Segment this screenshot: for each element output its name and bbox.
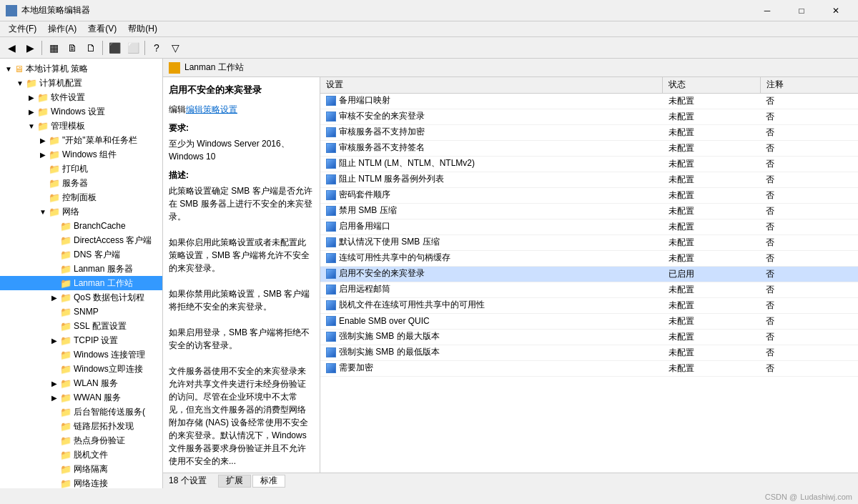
tree-windows-instant[interactable]: ▶ 📁 Windows立即连接 <box>0 362 162 376</box>
tree-dns-client[interactable]: ▶ 📁 DNS 客户端 <box>0 247 162 262</box>
ll-label: 链路层拓扑发现 <box>74 420 134 433</box>
printer-label: 打印机 <box>62 163 88 175</box>
row-note: 否 <box>760 187 858 203</box>
windows-settings-expander[interactable]: ▶ <box>26 106 37 117</box>
table-row[interactable]: 阻止 NTLM (LM、NTLM、NTLMv2)未配置否 <box>320 156 858 172</box>
menu-file[interactable]: 文件(F) <box>3 21 42 36</box>
tree-directaccess[interactable]: ▶ 📁 DirectAccess 客户端 <box>0 233 162 247</box>
tree-windows-conn[interactable]: ▶ 📁 Windows 连接管理 <box>0 347 162 362</box>
table-row[interactable]: 默认情况下使用 SMB 压缩未配置否 <box>320 234 858 250</box>
windows-comp-expander[interactable]: ▶ <box>37 149 49 160</box>
tree-hotspot[interactable]: ▶ 📁 热点身份验证 <box>0 433 162 448</box>
tcpip-expander[interactable]: ▶ <box>49 335 60 346</box>
table-row[interactable]: 审核服务器不支持签名未配置否 <box>320 140 858 156</box>
status-bar: 18 个设置 扩展 标准 <box>163 473 858 488</box>
admin-expander[interactable]: ▼ <box>26 120 37 132</box>
tree-server[interactable]: ▶ 📁 服务器 <box>0 176 162 190</box>
table-row[interactable]: 强制实施 SMB 的最低版本未配置否 <box>320 345 858 360</box>
tree-background[interactable]: ▶ 📁 后台智能传送服务( <box>0 405 162 419</box>
table-row[interactable]: 需要加密未配置否 <box>320 360 858 376</box>
tree-tcpip[interactable]: ▶ 📁 TCPIP 设置 <box>0 333 162 347</box>
forward-button[interactable]: ▶ <box>21 39 39 56</box>
tree-network[interactable]: ▼ 📁 网络 <box>0 204 162 219</box>
tab-expand[interactable]: 扩展 <box>218 475 251 488</box>
tree-windows-settings[interactable]: ▶ 📁 Windows 设置 <box>0 104 162 119</box>
start-menu-expander[interactable]: ▶ <box>37 134 49 146</box>
edit-policy-link[interactable]: 编辑策略设置 <box>186 104 237 114</box>
table-row[interactable]: 连续可用性共享中的句柄缓存未配置否 <box>320 250 858 266</box>
tree-ssl[interactable]: ▶ 📁 SSL 配置设置 <box>0 319 162 333</box>
server-label: 服务器 <box>62 177 88 189</box>
table-row[interactable]: 备用端口映射未配置否 <box>320 93 858 109</box>
maximize-button[interactable]: □ <box>785 0 818 21</box>
help-button[interactable]: ? <box>148 39 165 56</box>
row-status: 未配置 <box>663 313 761 329</box>
table-row[interactable]: 启用备用端口未配置否 <box>320 219 858 234</box>
network-expander[interactable]: ▼ <box>37 206 49 217</box>
tree-snmp[interactable]: ▶ 📁 SNMP <box>0 305 162 319</box>
computer-config-expander[interactable]: ▼ <box>14 77 26 89</box>
software-expander[interactable]: ▶ <box>26 92 37 103</box>
tree-panel[interactable]: ▼ 🖥 本地计算机 策略 ▼ 📁 计算机配置 ▶ 📁 软件设置 ▶ 📁 Wind… <box>0 59 163 488</box>
table-row[interactable]: 审核服务器不支持加密未配置否 <box>320 124 858 140</box>
table-row[interactable]: 强制实施 SMB 的最大版本未配置否 <box>320 329 858 345</box>
tree-windows-components[interactable]: ▶ 📁 Windows 组件 <box>0 147 162 162</box>
wlan-expander[interactable]: ▶ <box>49 377 60 389</box>
export-button[interactable]: 🗎 <box>64 39 81 56</box>
tree-admin-templates[interactable]: ▼ 📁 管理模板 <box>0 119 162 133</box>
tree-offline[interactable]: ▶ 📁 脱机文件 <box>0 448 162 462</box>
branch-icon: 📁 <box>60 221 72 232</box>
table-row[interactable]: 启用不安全的来宾登录已启用否 <box>320 266 858 282</box>
menu-action[interactable]: 操作(A) <box>42 21 82 36</box>
offline-label: 脱机文件 <box>74 449 108 461</box>
properties-button[interactable]: ⬛ <box>106 39 123 56</box>
qos-expander[interactable]: ▶ <box>49 292 60 303</box>
tree-control-panel[interactable]: ▶ 📁 控制面板 <box>0 190 162 204</box>
minimize-button[interactable]: ─ <box>751 0 784 21</box>
settings-panel[interactable]: 设置 状态 注释 备用端口映射未配置否审核不安全的来宾登录未配置否审核服务器不支… <box>320 77 858 473</box>
tree-network-isolation[interactable]: ▶ 📁 网络隔离 <box>0 462 162 476</box>
table-row[interactable]: 禁用 SMB 压缩未配置否 <box>320 203 858 219</box>
table-row[interactable]: 脱机文件在连续可用性共享中的可用性未配置否 <box>320 297 858 313</box>
close-button[interactable]: ✕ <box>819 0 852 21</box>
tree-wwan[interactable]: ▶ 📁 WWAN 服务 <box>0 390 162 405</box>
row-note: 否 <box>760 93 858 109</box>
filter-button[interactable]: ▽ <box>167 39 184 56</box>
root-expander[interactable]: ▼ <box>3 63 14 74</box>
control-label: 控制面板 <box>62 192 97 204</box>
requirement-heading: 要求: <box>169 122 314 134</box>
server-icon: 📁 <box>49 178 60 189</box>
tree-computer-config[interactable]: ▼ 📁 计算机配置 <box>0 76 162 90</box>
tree-software-settings[interactable]: ▶ 📁 软件设置 <box>0 90 162 104</box>
table-row[interactable]: 审核不安全的来宾登录未配置否 <box>320 109 858 124</box>
snmp-label: SNMP <box>74 307 99 317</box>
row-status: 未配置 <box>663 234 761 250</box>
col-note: 注释 <box>760 77 858 93</box>
table-row[interactable]: 阻止 NTLM 服务器例外列表未配置否 <box>320 172 858 187</box>
import-button[interactable]: 🗋 <box>82 39 99 56</box>
tree-start-menu[interactable]: ▶ 📁 "开始"菜单和任务栏 <box>0 133 162 147</box>
admin-icon: 📁 <box>37 121 49 132</box>
show-hide-button[interactable]: ▦ <box>45 39 62 56</box>
tree-qos[interactable]: ▶ 📁 QoS 数据包计划程 <box>0 290 162 305</box>
ssl-label: SSL 配置设置 <box>74 320 127 332</box>
menu-view[interactable]: 查看(V) <box>82 21 122 36</box>
tree-root[interactable]: ▼ 🖥 本地计算机 策略 <box>0 61 162 76</box>
menu-help[interactable]: 帮助(H) <box>122 21 163 36</box>
table-row[interactable]: 密码套件顺序未配置否 <box>320 187 858 203</box>
table-row[interactable]: 启用远程邮筒未配置否 <box>320 282 858 297</box>
tree-printer[interactable]: ▶ 📁 打印机 <box>0 162 162 176</box>
tree-link-layer[interactable]: ▶ 📁 链路层拓扑发现 <box>0 419 162 433</box>
row-icon <box>326 96 336 106</box>
view2-button[interactable]: ⬜ <box>124 39 142 56</box>
tab-standard[interactable]: 标准 <box>252 475 285 488</box>
back-button[interactable]: ◀ <box>3 39 20 56</box>
tree-lanman-server[interactable]: ▶ 📁 Lanman 服务器 <box>0 262 162 276</box>
tree-lanman-workstation[interactable]: ▶ 📁 Lanman 工作站 <box>0 276 162 290</box>
wwan-expander[interactable]: ▶ <box>49 392 60 403</box>
tree-network-connection[interactable]: ▶ 📁 网络连接 <box>0 476 162 488</box>
tree-branch-cache[interactable]: ▶ 📁 BranchCache <box>0 219 162 233</box>
table-row[interactable]: Enable SMB over QUIC未配置否 <box>320 313 858 329</box>
status-tabs: 扩展 标准 <box>218 475 285 488</box>
tree-wlan[interactable]: ▶ 📁 WLAN 服务 <box>0 376 162 390</box>
